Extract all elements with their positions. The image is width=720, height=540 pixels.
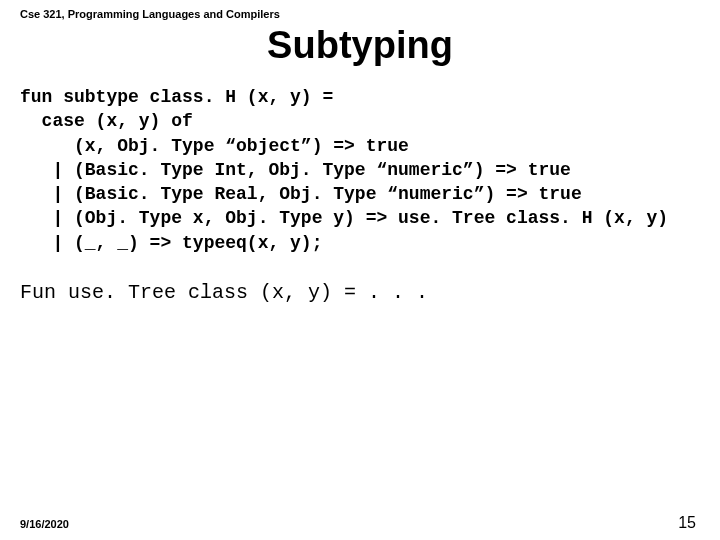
code-line-6: | (Obj. Type x, Obj. Type y) => use. Tre… — [20, 208, 668, 228]
code-block: fun subtype class. H (x, y) = case (x, y… — [20, 85, 700, 255]
slide: Cse 321, Programming Languages and Compi… — [0, 0, 720, 540]
code-line-1: fun subtype class. H (x, y) = — [20, 87, 333, 107]
code-line-4: | (Basic. Type Int, Obj. Type “numeric”)… — [20, 160, 571, 180]
slide-title: Subtyping — [20, 24, 700, 67]
code-line-5: | (Basic. Type Real, Obj. Type “numeric”… — [20, 184, 582, 204]
course-header: Cse 321, Programming Languages and Compi… — [20, 8, 700, 20]
footer-date: 9/16/2020 — [20, 518, 69, 530]
function-line: Fun use. Tree class (x, y) = . . . — [20, 281, 700, 304]
page-number: 15 — [678, 514, 696, 532]
code-line-2: case (x, y) of — [20, 111, 193, 131]
code-line-3: (x, Obj. Type “object”) => true — [20, 136, 409, 156]
code-line-7: | (_, _) => typeeq(x, y); — [20, 233, 322, 253]
